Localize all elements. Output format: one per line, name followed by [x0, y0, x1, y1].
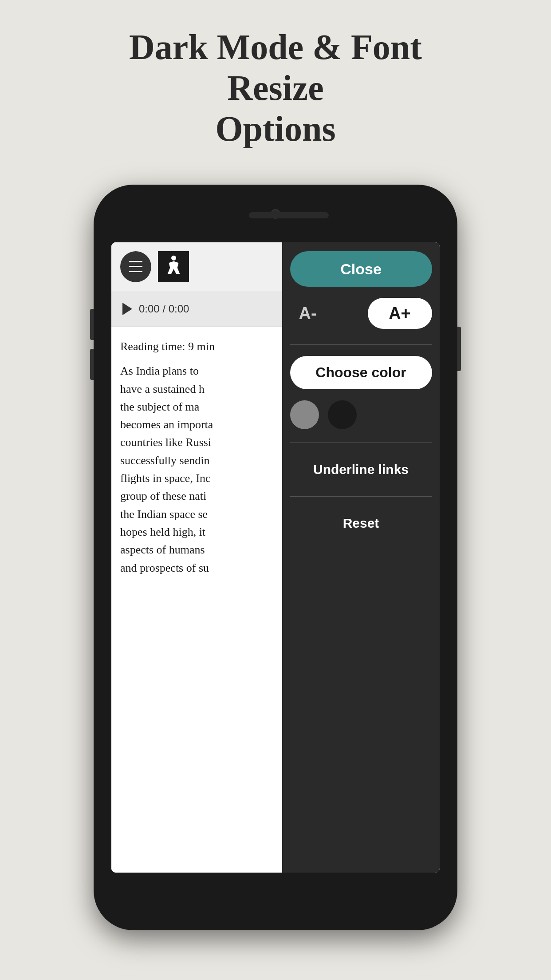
font-increase-label: A+ [389, 304, 411, 323]
divider-3 [290, 496, 432, 497]
font-size-row: A- A+ [290, 296, 432, 331]
color-swatch-black[interactable] [328, 400, 357, 429]
choose-color-label: Choose color [315, 364, 406, 381]
underline-links-button[interactable]: Underline links [290, 454, 432, 485]
menu-button[interactable] [120, 251, 151, 282]
close-button-label: Close [340, 261, 382, 278]
phone-screen: 0:00 / 0:00 Reading time: 9 min As India… [111, 242, 440, 873]
svg-point-0 [171, 256, 176, 261]
speaker-icon [249, 212, 329, 218]
font-increase-button[interactable]: A+ [368, 298, 432, 329]
audio-player: 0:00 / 0:00 [111, 291, 282, 327]
reset-label: Reset [343, 516, 379, 531]
reset-button[interactable]: Reset [290, 508, 432, 539]
volume-down-button [90, 309, 94, 340]
choose-color-button[interactable]: Choose color [290, 356, 432, 389]
article-panel: 0:00 / 0:00 Reading time: 9 min As India… [111, 242, 282, 873]
accessibility-icon-svg [161, 254, 186, 279]
play-button[interactable] [122, 303, 132, 315]
color-swatches-row [290, 396, 432, 434]
close-button[interactable]: Close [290, 251, 432, 287]
divider-1 [290, 344, 432, 345]
screen-content: 0:00 / 0:00 Reading time: 9 min As India… [111, 242, 440, 873]
phone-mockup: 0:00 / 0:00 Reading time: 9 min As India… [94, 185, 457, 939]
hamburger-icon [129, 261, 142, 272]
divider-2 [290, 443, 432, 443]
article-content: As India plans to have a sustained h the… [120, 362, 273, 577]
power-button [457, 327, 461, 371]
page-title: Dark Mode & Font Resize Options [98, 27, 453, 149]
volume-up-button [90, 349, 94, 380]
underline-links-label: Underline links [313, 462, 409, 477]
header-bar [111, 242, 282, 291]
color-swatch-gray[interactable] [290, 400, 319, 429]
settings-panel: Close A- A+ Choose color [282, 242, 440, 873]
font-decrease-button[interactable]: A- [290, 300, 326, 328]
phone-body: 0:00 / 0:00 Reading time: 9 min As India… [94, 185, 457, 930]
audio-time: 0:00 / 0:00 [139, 303, 189, 315]
reading-time: Reading time: 9 min [120, 338, 273, 356]
article-body: Reading time: 9 min As India plans to ha… [111, 327, 282, 588]
accessibility-button[interactable] [158, 251, 189, 282]
